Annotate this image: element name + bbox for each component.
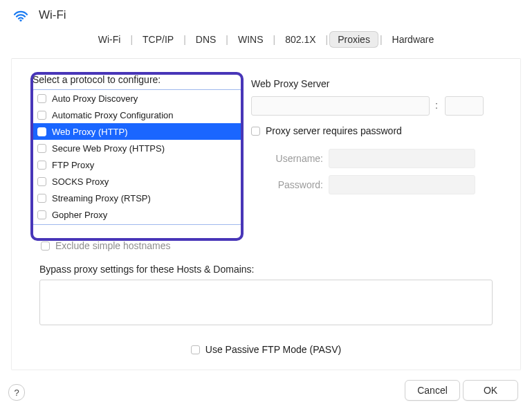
checkbox[interactable] (37, 177, 46, 186)
protocol-section-label: Select a protocol to configure: (33, 74, 241, 85)
protocol-label-text: Automatic Proxy Configuration (52, 110, 174, 120)
svg-point-0 (19, 19, 21, 21)
protocol-label-text: Secure Web Proxy (HTTPS) (52, 143, 165, 154)
host-port-separator: : (435, 100, 438, 111)
protocol-label-text: Auto Proxy Discovery (52, 93, 138, 104)
checkbox[interactable] (37, 210, 46, 219)
username-input (329, 149, 475, 168)
protocol-label-text: SOCKS Proxy (52, 176, 109, 187)
requires-password-label: Proxy server requires password (266, 125, 402, 136)
password-input (329, 175, 475, 194)
bypass-textarea[interactable] (39, 280, 493, 325)
titlebar: Wi-Fi (0, 0, 532, 30)
proxies-panel: Select a protocol to configure: Auto Pro… (11, 58, 521, 370)
checkbox[interactable] (37, 161, 46, 170)
username-row: Username: (266, 149, 475, 168)
protocol-list[interactable]: Auto Proxy Discovery Automatic Proxy Con… (33, 89, 241, 225)
tab-tcpip[interactable]: TCP/IP (134, 31, 182, 48)
protocol-row-auto-discovery[interactable]: Auto Proxy Discovery (33, 90, 241, 107)
protocol-label-text: Streaming Proxy (RTSP) (52, 193, 151, 203)
passive-ftp-row[interactable]: Use Passive FTP Mode (PASV) (12, 344, 520, 355)
checkbox[interactable] (37, 194, 46, 203)
proxy-host-input[interactable] (251, 96, 430, 116)
tab-wins[interactable]: WINS (230, 31, 272, 48)
tab-separator: | (129, 34, 134, 45)
tab-separator: | (224, 34, 230, 45)
checkbox[interactable] (37, 111, 46, 120)
checkbox[interactable] (37, 94, 46, 103)
help-button[interactable]: ? (8, 384, 25, 401)
tab-hardware[interactable]: Hardware (384, 31, 443, 48)
checkbox[interactable] (251, 127, 260, 136)
username-label: Username: (266, 153, 323, 164)
password-row: Password: (266, 175, 475, 194)
protocol-label-text: Web Proxy (HTTP) (52, 127, 128, 137)
bottom-bar: ? Cancel OK (0, 376, 532, 401)
bypass-label: Bypass proxy settings for these Hosts & … (39, 264, 254, 275)
protocol-row-http[interactable]: Web Proxy (HTTP) (33, 123, 241, 140)
tab-separator: | (324, 34, 330, 45)
tab-wifi[interactable]: Wi-Fi (90, 31, 129, 48)
exclude-simple-hostnames-label: Exclude simple hostnames (55, 240, 171, 251)
protocol-row-ftp[interactable]: FTP Proxy (33, 156, 241, 173)
cancel-button[interactable]: Cancel (405, 380, 460, 401)
requires-password-row[interactable]: Proxy server requires password (251, 125, 402, 136)
password-label: Password: (266, 179, 323, 190)
checkbox[interactable] (191, 345, 200, 354)
web-proxy-server-label: Web Proxy Server (251, 78, 329, 89)
protocol-label-text: FTP Proxy (52, 160, 94, 170)
protocol-row-https[interactable]: Secure Web Proxy (HTTPS) (33, 140, 241, 156)
passive-ftp-label: Use Passive FTP Mode (PASV) (205, 344, 341, 355)
tab-bar: Wi-Fi | TCP/IP | DNS | WINS | 802.1X | P… (0, 29, 532, 50)
protocol-row-rtsp[interactable]: Streaming Proxy (RTSP) (33, 190, 241, 206)
proxy-port-input[interactable] (445, 96, 484, 116)
protocol-row-socks[interactable]: SOCKS Proxy (33, 173, 241, 190)
protocol-section: Select a protocol to configure: Auto Pro… (33, 74, 241, 225)
tab-separator: | (182, 34, 187, 45)
tab-separator: | (378, 34, 384, 45)
protocol-label-text: Gopher Proxy (52, 210, 107, 220)
tab-dns[interactable]: DNS (187, 31, 225, 48)
window-title: Wi-Fi (39, 8, 66, 22)
checkbox[interactable] (37, 127, 46, 136)
protocol-row-auto-config[interactable]: Automatic Proxy Configuration (33, 107, 241, 123)
tab-proxies[interactable]: Proxies (329, 31, 378, 48)
checkbox[interactable] (41, 242, 50, 251)
tab-separator: | (272, 34, 277, 45)
wifi-proxies-window: Wi-Fi Wi-Fi | TCP/IP | DNS | WINS | 802.… (0, 0, 532, 409)
protocol-row-gopher[interactable]: Gopher Proxy (33, 206, 241, 223)
ok-button[interactable]: OK (463, 380, 518, 401)
exclude-simple-hostnames-row[interactable]: Exclude simple hostnames (41, 240, 171, 251)
wifi-icon (11, 6, 30, 25)
tab-8021x[interactable]: 802.1X (277, 31, 324, 48)
checkbox[interactable] (37, 144, 46, 153)
